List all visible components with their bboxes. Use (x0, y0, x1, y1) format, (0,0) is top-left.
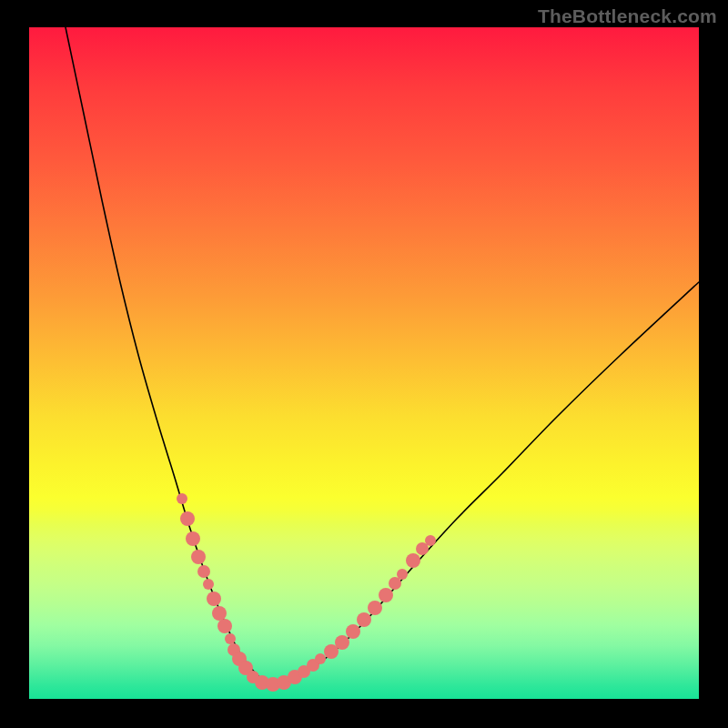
data-marker (197, 565, 210, 578)
data-marker (335, 635, 349, 650)
data-marker (203, 579, 214, 590)
data-marker (207, 592, 221, 606)
data-marker (186, 531, 200, 546)
curve-svg (29, 27, 699, 699)
data-marker (225, 633, 236, 644)
data-marker (357, 612, 371, 627)
data-marker (397, 569, 408, 580)
data-marker (406, 553, 420, 568)
data-marker (346, 624, 360, 639)
data-marker (315, 653, 326, 664)
plot-area (29, 27, 699, 699)
chart-frame: TheBottleneck.com (0, 0, 728, 728)
data-marker (368, 601, 382, 615)
data-marker (191, 550, 206, 564)
bottleneck-curve (66, 27, 699, 683)
data-marker (425, 535, 436, 546)
marker-group (177, 493, 436, 692)
data-marker (212, 606, 227, 621)
data-marker (177, 493, 187, 504)
data-marker (217, 619, 232, 633)
attribution-label: TheBottleneck.com (538, 5, 717, 27)
data-marker (379, 588, 393, 602)
data-marker (180, 511, 195, 526)
